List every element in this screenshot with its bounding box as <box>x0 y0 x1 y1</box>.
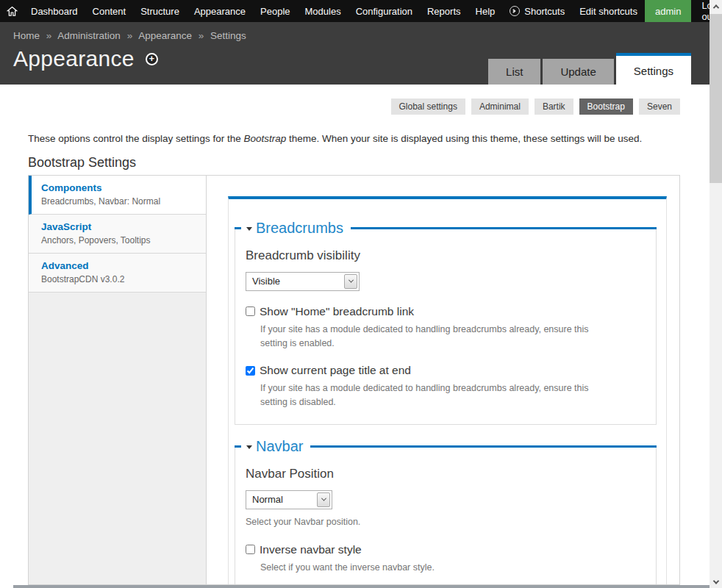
show-home-breadcrumb-checkbox[interactable] <box>246 306 255 316</box>
vtab-javascript-summary: Anchors, Popovers, Tooltips <box>41 235 199 245</box>
breadcrumb-visibility-select[interactable]: Visible <box>246 272 360 291</box>
inverse-navbar-description: Select if you want the inverse navbar st… <box>260 561 606 575</box>
tab-update[interactable]: Update <box>543 59 613 85</box>
collapse-arrow-icon <box>246 445 252 449</box>
tab-bartik[interactable]: Bartik <box>535 98 573 115</box>
navbar-fieldset-legend[interactable]: Navbar <box>235 437 657 456</box>
intro-before: These options control the display settin… <box>28 133 243 144</box>
user-badge[interactable]: admin <box>645 0 691 22</box>
theme-tabs: Global settings Adminimal Bartik Bootstr… <box>0 98 680 115</box>
home-icon[interactable] <box>0 0 24 22</box>
legend-dash <box>235 445 241 448</box>
breadcrumb-separator: » <box>46 30 52 41</box>
breadcrumb: Home » Administration » Appearance » Set… <box>13 22 710 41</box>
vertical-tabs: Components Breadcrumbs, Navbar: Normal J… <box>29 176 207 584</box>
tab-seven[interactable]: Seven <box>639 98 680 115</box>
navbar-fieldset: Navbar Navbar Position Normal Select you… <box>235 447 657 585</box>
tab-global-settings[interactable]: Global settings <box>391 98 465 115</box>
intro-after: theme. When your site is displayed using… <box>286 133 642 144</box>
navbar-position-description: Select your Navbar position. <box>246 515 591 529</box>
breadcrumb-appearance[interactable]: Appearance <box>138 30 192 41</box>
legend-line <box>310 445 657 448</box>
show-page-title-description: If your site has a module dedicated to h… <box>260 381 606 409</box>
breadcrumb-administration[interactable]: Administration <box>57 30 121 41</box>
vtab-components[interactable]: Components Breadcrumbs, Navbar: Normal <box>29 176 206 215</box>
show-home-breadcrumb-label[interactable]: Show "Home" breadcrumb link <box>260 305 414 318</box>
navbar-position-value: Normal <box>246 494 317 505</box>
chevron-down-icon <box>712 578 718 584</box>
toolbar-item-structure[interactable]: Structure <box>133 0 187 22</box>
toolbar-item-configuration[interactable]: Configuration <box>349 0 420 22</box>
scroll-up-button[interactable] <box>710 0 722 12</box>
browser-viewport: Dashboard Content Structure Appearance P… <box>0 0 722 588</box>
select-dropdown-button[interactable] <box>344 274 357 289</box>
components-panel: Breadcrumbs Breadcrumb visibility Visibl… <box>228 196 667 584</box>
vtab-advanced[interactable]: Advanced BootstrapCDN v3.0.2 <box>29 254 206 293</box>
vtab-components-summary: Breadcrumbs, Navbar: Normal <box>41 196 199 207</box>
page-title: Appearance <box>13 46 135 71</box>
page: Dashboard Content Structure Appearance P… <box>0 0 710 585</box>
chevron-down-icon <box>321 496 326 501</box>
shortcuts-icon <box>510 6 520 16</box>
collapse-arrow-icon <box>246 227 252 231</box>
contextual-help-icon[interactable]: + <box>146 53 158 65</box>
select-dropdown-button[interactable] <box>317 492 330 507</box>
breadcrumbs-legend-title: Breadcrumbs <box>256 220 343 237</box>
toolbar-item-content[interactable]: Content <box>85 0 134 22</box>
vertical-scrollbar[interactable] <box>710 0 722 588</box>
breadcrumbs-fieldset-legend[interactable]: Breadcrumbs <box>235 219 657 238</box>
vtab-javascript-label: JavaScript <box>41 221 199 232</box>
toolbar-item-modules[interactable]: Modules <box>298 0 349 22</box>
page-header: Home » Administration » Appearance » Set… <box>0 22 710 85</box>
vtab-javascript[interactable]: JavaScript Anchors, Popovers, Tooltips <box>29 215 206 254</box>
breadcrumb-separator: » <box>127 30 133 41</box>
admin-toolbar: Dashboard Content Structure Appearance P… <box>0 0 710 22</box>
toolbar-right: Edit shortcuts admin Log out <box>572 0 722 22</box>
toolbar-item-dashboard[interactable]: Dashboard <box>24 0 85 22</box>
tab-settings[interactable]: Settings <box>616 53 691 85</box>
breadcrumb-visibility-value: Visible <box>246 276 344 287</box>
vtab-components-label: Components <box>41 182 199 193</box>
scroll-down-button[interactable] <box>710 576 722 588</box>
intro-theme-name: Bootstrap <box>243 133 286 144</box>
show-page-title-checkbox[interactable] <box>246 366 255 376</box>
primary-tabs: List Update Settings <box>488 53 691 85</box>
shortcuts-label: Shortcuts <box>524 6 565 17</box>
intro-text: These options control the display settin… <box>28 133 680 146</box>
navbar-legend-title: Navbar <box>256 438 303 455</box>
settings-box: Components Breadcrumbs, Navbar: Normal J… <box>28 175 680 585</box>
vtab-advanced-label: Advanced <box>41 260 199 271</box>
tab-adminimal[interactable]: Adminimal <box>471 98 529 115</box>
tab-bootstrap[interactable]: Bootstrap <box>579 98 633 115</box>
breadcrumb-home[interactable]: Home <box>13 30 40 41</box>
navbar-position-select[interactable]: Normal <box>246 490 332 509</box>
edit-shortcuts-link[interactable]: Edit shortcuts <box>572 0 645 22</box>
bottom-edge-bar <box>13 585 710 588</box>
breadcrumb-visibility-label: Breadcrumb visibility <box>246 248 646 263</box>
toolbar-item-help[interactable]: Help <box>468 0 503 22</box>
section-title: Bootstrap Settings <box>28 155 710 171</box>
breadcrumbs-fieldset: Breadcrumbs Breadcrumb visibility Visibl… <box>235 229 657 425</box>
toolbar-item-appearance[interactable]: Appearance <box>187 0 253 22</box>
scrollbar-thumb[interactable] <box>710 14 722 183</box>
breadcrumb-settings: Settings <box>210 30 246 41</box>
chevron-down-icon <box>348 278 353 283</box>
show-home-breadcrumb-description: If your site has a module dedicated to h… <box>260 323 606 351</box>
inverse-navbar-checkbox[interactable] <box>246 545 255 554</box>
navbar-position-label: Navbar Position <box>246 467 646 481</box>
inverse-navbar-label[interactable]: Inverse navbar style <box>260 543 362 556</box>
show-page-title-label[interactable]: Show current page title at end <box>260 364 411 377</box>
legend-dash <box>235 227 241 229</box>
vtab-advanced-summary: BootstrapCDN v3.0.2 <box>41 274 199 284</box>
legend-line <box>351 227 657 229</box>
breadcrumb-separator: » <box>199 30 204 41</box>
toolbar-item-shortcuts[interactable]: Shortcuts <box>502 0 572 22</box>
chevron-up-icon <box>712 4 718 10</box>
toolbar-item-people[interactable]: People <box>253 0 297 22</box>
toolbar-item-reports[interactable]: Reports <box>420 0 468 22</box>
tab-list[interactable]: List <box>488 59 540 85</box>
